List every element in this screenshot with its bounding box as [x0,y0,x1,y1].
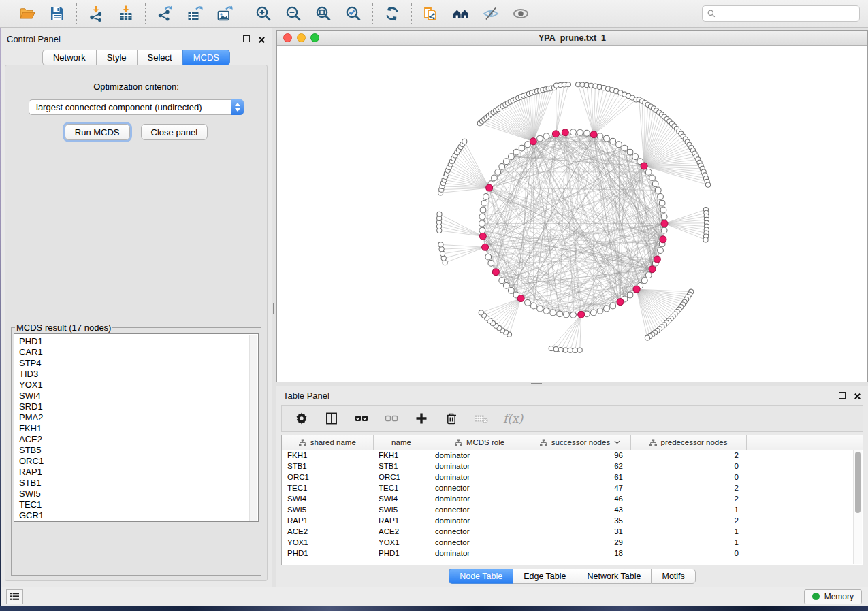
mcds-result-item[interactable]: PMA2 [19,412,248,423]
mcds-result-item[interactable]: FKH1 [19,423,248,434]
float-table-panel-icon[interactable] [839,392,846,399]
mcds-result-item[interactable]: STP4 [19,358,248,369]
table-cell: 1 [630,526,746,537]
delete-columns-icon[interactable] [443,410,460,427]
attribute-type-icon [540,439,547,446]
network-graph[interactable] [277,46,867,382]
mcds-result-item[interactable]: TID3 [19,369,248,380]
column-menu-chevron-icon[interactable] [614,440,620,444]
table-tab-network-table[interactable]: Network Table [577,569,652,584]
mcds-result-item[interactable]: TEC1 [19,499,248,510]
show-columns-icon[interactable] [323,410,340,427]
mcds-result-item[interactable]: SRD1 [19,401,248,412]
mcds-tab-content: Optimization criterion: largest connecte… [5,65,268,581]
save-session-icon[interactable] [48,4,67,23]
close-table-panel-icon[interactable] [854,392,861,399]
search-box[interactable] [702,5,860,22]
open-session-icon[interactable] [18,4,37,23]
table-cell: 1 [630,537,746,548]
tab-network[interactable]: Network [42,50,96,65]
table-cell: ORC1 [282,472,373,482]
table-row[interactable]: YOX1YOX1connector291 [282,537,863,548]
table-row[interactable]: PHD1PHD1dominator180 [282,548,863,559]
zoom-in-icon[interactable] [254,4,273,23]
table-cell-filler [746,515,863,526]
share-network-icon[interactable] [421,4,440,23]
zoom-selected-icon[interactable] [344,4,363,23]
zoom-out-icon[interactable] [284,4,303,23]
export-table-icon[interactable] [185,4,204,23]
control-panel-titlebar: Control Panel [0,31,272,46]
mcds-result-item[interactable]: YOX1 [19,380,248,391]
show-all-icon[interactable] [511,4,530,23]
add-column-icon[interactable] [413,410,430,427]
table-row[interactable]: ACE2ACE2connector311 [282,526,863,537]
column-header-predecessor-nodes[interactable]: predecessor nodes [630,435,746,450]
mcds-result-item[interactable]: ACE2 [19,434,248,445]
application-window: Control Panel NetworkStyleSelectMCDS Opt… [0,0,868,606]
table-row[interactable]: FKH1FKH1dominator962 [282,450,863,461]
table-cell: SWI5 [282,504,373,515]
hide-selected-icon[interactable] [481,4,500,23]
float-panel-icon[interactable] [243,35,250,42]
mcds-result-item[interactable]: SWI4 [19,391,248,401]
first-neighbors-icon[interactable] [451,4,470,23]
table-scrollbar[interactable] [853,450,862,564]
column-header-MCDS-role[interactable]: MCDS role [430,435,530,450]
mcds-result-item[interactable]: RAP1 [19,467,248,478]
mcds-result-item[interactable]: SWI5 [19,489,248,499]
column-header-name[interactable]: name [373,435,430,450]
memory-status-icon [812,593,820,600]
tab-style[interactable]: Style [96,50,137,65]
node-table: shared namenameMCDS rolesuccessor nodesp… [282,435,863,559]
table-row[interactable]: ORC1ORC1dominator610 [282,472,863,482]
network-window-titlebar: YPA_prune.txt_1 [277,31,867,46]
table-cell-filler [746,461,863,472]
table-row[interactable]: SWI5SWI5connector431 [282,504,863,515]
export-image-icon[interactable] [215,4,234,23]
table-row[interactable]: RAP1RAP1dominator352 [282,515,863,526]
table-cell: 46 [530,493,630,504]
network-canvas[interactable] [277,46,867,382]
task-list-icon [10,592,20,601]
table-row[interactable]: SWI4SWI4dominator462 [282,493,863,504]
import-table-icon[interactable] [116,4,135,23]
export-network-icon[interactable] [155,4,174,23]
criterion-dropdown[interactable]: largest connected component (undirected) [29,99,244,115]
search-input[interactable] [719,9,854,18]
mcds-list-scrollbar[interactable] [249,335,257,521]
task-history-button[interactable] [6,589,23,604]
select-all-rows-icon[interactable] [353,410,370,427]
close-panel-button[interactable]: Close panel [141,124,208,140]
table-row[interactable]: STB1STB1dominator620 [282,461,863,472]
mcds-result-item[interactable]: GCR1 [19,510,248,521]
refresh-view-icon[interactable] [383,4,402,23]
mcds-result-item[interactable]: STB1 [19,478,248,489]
mcds-result-item[interactable]: CAR1 [19,347,248,358]
maximize-window-icon[interactable] [310,33,319,42]
tab-select[interactable]: Select [137,50,182,65]
table-tab-motifs[interactable]: Motifs [651,569,695,584]
table-scrollbar-thumb[interactable] [855,452,861,513]
table-settings-icon[interactable] [293,410,310,427]
horizontal-splitter[interactable] [276,382,868,386]
column-header-shared-name[interactable]: shared name [282,435,373,450]
table-tab-node-table[interactable]: Node Table [449,569,513,584]
deselect-all-rows-icon[interactable] [383,410,400,427]
zoom-fit-icon[interactable] [314,4,333,23]
import-network-icon[interactable] [86,4,106,23]
column-header-label: successor nodes [551,438,610,446]
minimize-window-icon[interactable] [297,33,306,42]
run-mcds-button[interactable]: Run MCDS [65,124,130,140]
mcds-result-item[interactable]: ORC1 [19,456,248,467]
mcds-result-item[interactable]: STB5 [19,445,248,456]
tab-mcds[interactable]: MCDS [182,50,230,65]
close-window-icon[interactable] [283,33,292,42]
close-panel-icon[interactable] [258,35,266,43]
memory-button[interactable]: Memory [804,589,862,604]
mcds-result-item[interactable]: PHD1 [19,336,248,347]
table-tab-edge-table[interactable]: Edge Table [513,569,576,584]
vertical-splitter[interactable] [272,28,276,587]
table-row[interactable]: TEC1TEC1connector472 [282,482,863,493]
column-header-successor-nodes[interactable]: successor nodes [530,435,630,450]
